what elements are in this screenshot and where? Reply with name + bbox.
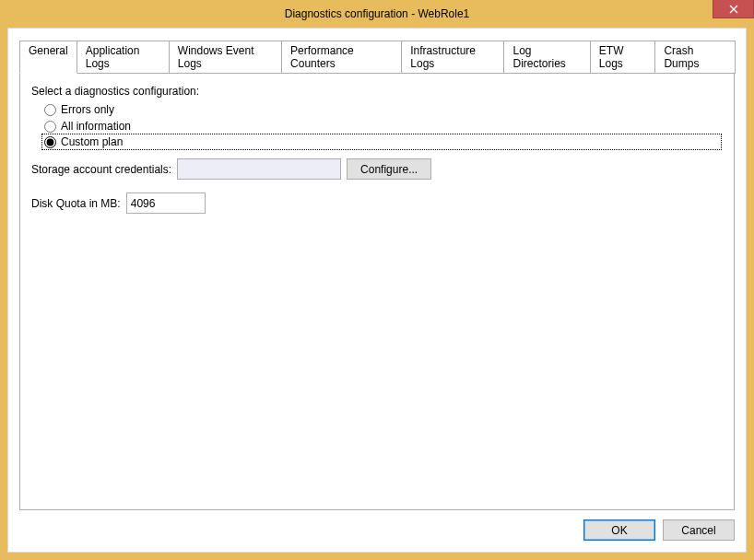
tab-infrastructure-logs[interactable]: Infrastructure Logs	[401, 41, 504, 74]
window-title: Diagnostics configuration - WebRole1	[0, 7, 754, 20]
radio-row-all-info[interactable]: All information	[42, 118, 723, 134]
tab-log-directories[interactable]: Log Directories	[503, 41, 590, 74]
radio-label-custom-plan: Custom plan	[61, 135, 123, 148]
tab-crash-dumps[interactable]: Crash Dumps	[654, 41, 736, 74]
radio-row-errors-only[interactable]: Errors only	[42, 101, 723, 118]
storage-input[interactable]	[177, 158, 341, 180]
dialog-window: Diagnostics configuration - WebRole1 Gen…	[0, 0, 754, 560]
disk-quota-input[interactable]	[126, 192, 206, 214]
disk-quota-label: Disk Quota in MB:	[31, 197, 121, 210]
radio-row-custom-plan[interactable]: Custom plan	[41, 134, 722, 150]
tab-performance-counters[interactable]: Performance Counters	[281, 41, 402, 74]
tab-strip: General Application Logs Windows Event L…	[19, 41, 735, 74]
select-config-label: Select a diagnostics configuration:	[31, 85, 723, 98]
radio-errors-only[interactable]	[44, 104, 56, 116]
close-icon	[729, 5, 738, 14]
tab-panel-general: Select a diagnostics configuration: Erro…	[19, 73, 735, 510]
tab-etw-logs[interactable]: ETW Logs	[590, 41, 656, 74]
titlebar: Diagnostics configuration - WebRole1	[0, 0, 754, 28]
storage-label: Storage account credentials:	[31, 163, 171, 176]
ok-button[interactable]: OK	[583, 519, 655, 541]
client-area: General Application Logs Windows Event L…	[7, 28, 747, 553]
dialog-footer: OK Cancel	[19, 510, 735, 541]
radio-label-errors-only: Errors only	[61, 103, 114, 116]
storage-row: Storage account credentials: Configure..…	[31, 158, 723, 180]
radio-all-info[interactable]	[44, 121, 56, 133]
tab-general[interactable]: General	[19, 41, 77, 74]
disk-quota-row: Disk Quota in MB:	[31, 192, 723, 214]
cancel-button[interactable]: Cancel	[663, 519, 735, 541]
radio-label-all-info: All information	[61, 120, 131, 133]
tab-application-logs[interactable]: Application Logs	[77, 41, 170, 74]
radio-custom-plan[interactable]	[44, 136, 56, 148]
configure-button[interactable]: Configure...	[347, 158, 431, 180]
tab-windows-event-logs[interactable]: Windows Event Logs	[169, 41, 282, 74]
close-button[interactable]	[713, 0, 754, 18]
config-radio-group: Errors only All information Custom plan	[42, 101, 723, 150]
